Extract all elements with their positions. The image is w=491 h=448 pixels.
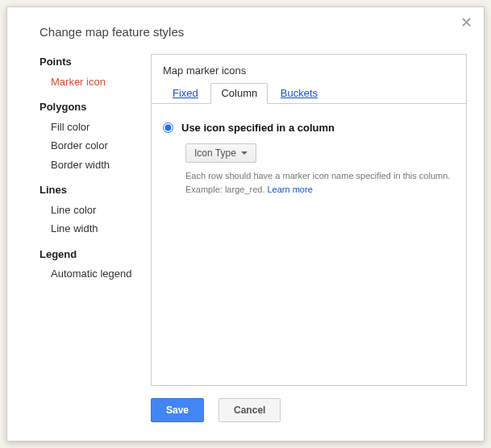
help-line-2: Example: large_red. xyxy=(185,185,268,194)
sidebar-item-line-width[interactable]: Line width xyxy=(40,219,144,239)
save-button[interactable]: Save xyxy=(151,398,204,422)
sidebar-item-fill-color[interactable]: Fill color xyxy=(40,118,144,137)
panel-body: Use icon specified in a column Icon Type… xyxy=(152,104,466,207)
sidebar-group-lines: Lines xyxy=(40,182,144,198)
sidebar-item-line-color[interactable]: Line color xyxy=(40,201,144,220)
close-icon[interactable]: ✕ xyxy=(457,12,476,33)
radio-option-column-icon[interactable]: Use icon specified in a column xyxy=(163,122,455,134)
sidebar-item-marker-icon[interactable]: Marker icon xyxy=(40,73,144,92)
sidebar-item-border-color[interactable]: Border color xyxy=(40,136,144,156)
sidebar-item-border-width[interactable]: Border width xyxy=(40,156,144,175)
tab-column[interactable]: Column xyxy=(210,83,268,104)
sidebar-group-points: Points xyxy=(40,54,144,70)
sidebar-group-legend: Legend xyxy=(40,247,144,263)
radio-label-column-icon: Use icon specified in a column xyxy=(181,122,335,134)
learn-more-link[interactable]: Learn more xyxy=(268,185,313,194)
cancel-button[interactable]: Cancel xyxy=(218,398,281,422)
tabs: Fixed Column Buckets xyxy=(152,83,466,104)
chevron-down-icon xyxy=(241,151,248,155)
tab-buckets[interactable]: Buckets xyxy=(271,84,327,103)
sidebar-group-polygons: Polygons xyxy=(40,99,144,115)
dialog-title: Change map feature styles xyxy=(40,25,184,39)
footer-buttons: Save Cancel xyxy=(151,398,281,422)
dialog: ✕ Change map feature styles Points Marke… xyxy=(6,6,485,442)
sidebar-item-automatic-legend[interactable]: Automatic legend xyxy=(40,264,144,284)
dropdown-label: Icon Type xyxy=(194,147,236,159)
main-panel: Map marker icons Fixed Column Buckets Us… xyxy=(151,54,467,386)
tab-fixed[interactable]: Fixed xyxy=(163,84,208,103)
radio-input-column-icon[interactable] xyxy=(163,122,173,133)
help-line-1: Each row should have a marker icon name … xyxy=(185,171,450,180)
help-text: Each row should have a marker icon name … xyxy=(185,169,455,196)
sidebar: Points Marker icon Polygons Fill color B… xyxy=(40,54,144,284)
panel-title: Map marker icons xyxy=(152,55,466,83)
icon-column-dropdown[interactable]: Icon Type xyxy=(185,143,256,163)
